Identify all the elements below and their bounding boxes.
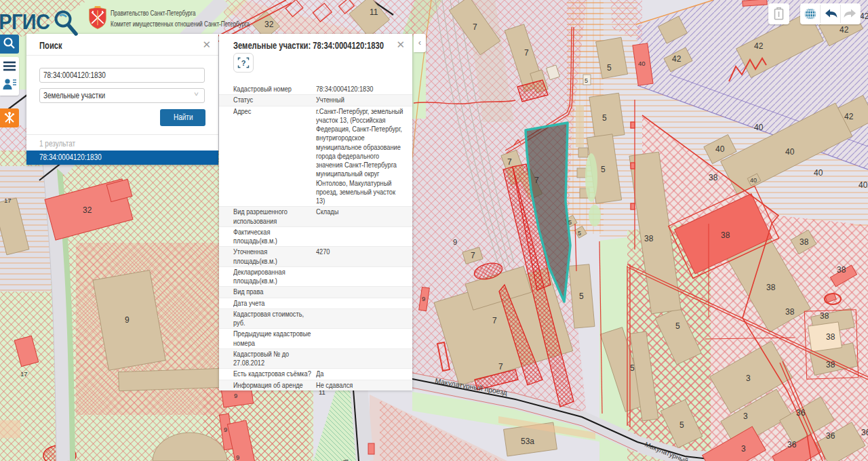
svg-text:40: 40 [859,180,868,190]
svg-text:36: 36 [796,408,806,418]
svg-text:36: 36 [787,440,797,449]
svg-text:40: 40 [715,144,725,154]
svg-text:38: 38 [721,230,730,240]
svg-text:3: 3 [746,374,751,383]
svg-text:17: 17 [4,197,12,204]
svg-text:9: 9 [234,392,237,399]
svg-text:42: 42 [672,54,682,64]
svg-text:3: 3 [741,444,746,454]
svg-text:42: 42 [840,25,849,35]
svg-text:38: 38 [766,283,776,292]
svg-text:40: 40 [785,147,795,157]
svg-text:РГИС: РГИС [0,9,50,34]
svg-text:9: 9 [236,454,239,461]
svg-text:42: 42 [754,41,764,51]
svg-text:7: 7 [524,48,529,58]
svg-text:38: 38 [800,237,809,247]
svg-text:40: 40 [750,177,757,184]
svg-text:7: 7 [473,22,477,32]
svg-text:36: 36 [826,431,835,441]
svg-text:40: 40 [814,168,823,178]
svg-text:7: 7 [534,176,539,185]
svg-text:3: 3 [743,412,748,421]
svg-text:11: 11 [370,7,378,17]
svg-text:38: 38 [826,360,835,369]
svg-text:7: 7 [498,362,503,372]
svg-text:9: 9 [224,426,227,433]
svg-text:5: 5 [675,321,680,331]
svg-text:38: 38 [644,234,654,243]
svg-text:5: 5 [602,113,607,123]
svg-text:?: ? [241,59,246,67]
svg-text:7: 7 [507,157,512,167]
svg-text:5: 5 [579,292,584,301]
svg-text:5: 5 [630,363,635,373]
svg-text:7: 7 [492,316,497,325]
svg-text:5: 5 [679,420,684,430]
svg-text:32: 32 [83,205,92,215]
svg-text:7: 7 [471,251,475,260]
svg-text:5: 5 [607,63,612,73]
svg-text:9: 9 [453,238,457,246]
svg-text:9: 9 [125,315,130,325]
svg-text:38: 38 [837,265,846,275]
svg-text:5: 5 [568,219,572,226]
svg-text:42: 42 [844,112,854,121]
svg-text:38: 38 [826,332,835,342]
svg-text:53а: 53а [521,437,534,446]
svg-text:5: 5 [601,165,606,174]
svg-text:5: 5 [585,77,588,84]
svg-text:42: 42 [860,12,868,21]
svg-text:38: 38 [709,173,718,182]
svg-text:17: 17 [20,370,28,378]
svg-text:38: 38 [820,311,829,321]
svg-text:38: 38 [785,307,795,317]
svg-text:5: 5 [578,230,581,237]
svg-text:36: 36 [861,428,868,437]
svg-text:40: 40 [754,123,764,132]
svg-text:9: 9 [422,295,425,302]
svg-text:40: 40 [638,60,646,67]
